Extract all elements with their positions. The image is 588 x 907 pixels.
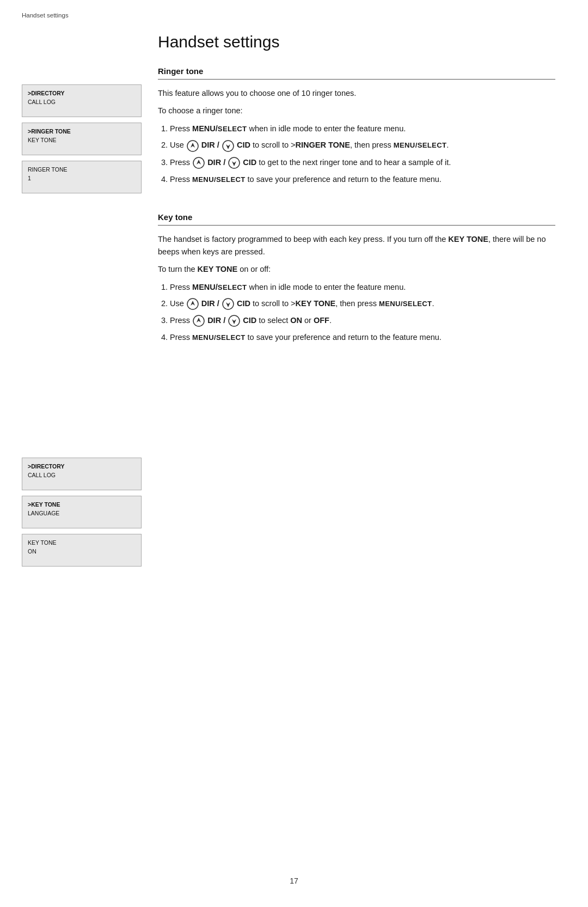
ringer-screen-3: RINGER TONE 1 [22,161,142,193]
dir-up-icon-kt [187,298,199,310]
ringer-screen-3-line-2: 1 [28,174,136,183]
page-number: 17 [290,876,298,885]
key-tone-steps: Press MENU/SELECT when in idle mode to e… [158,281,555,344]
key-tone-step-1: Press MENU/SELECT when in idle mode to e… [170,281,555,293]
key-screen-3-line-2: ON [28,547,136,556]
dir-icon-kt2 [193,315,205,327]
ringer-tone-intro: This feature allows you to choose one of… [158,87,555,99]
svg-marker-7 [232,161,236,166]
key-tone-heading: Key tone [158,212,555,226]
key-tone-section: Key tone The handset is factory programm… [158,212,555,344]
svg-marker-15 [232,319,236,324]
svg-marker-5 [197,160,201,165]
breadcrumb: Handset settings [22,12,69,19]
svg-marker-1 [191,143,195,148]
key-tone-intro: The handset is factory programmed to bee… [158,233,555,258]
ringer-screen-3-line-1: RINGER TONE [28,166,136,174]
key-tone-body: The handset is factory programmed to bee… [158,233,555,344]
ringer-tone-body: This feature allows you to choose one of… [158,87,555,185]
ringer-tone-heading: Ringer tone [158,66,555,80]
cid-icon-2 [228,157,240,169]
key-screen-3-line-1: KEY TONE [28,539,136,547]
key-tone-step-2: Use DIR / CID to scroll to >KEY TONE, th… [170,297,555,310]
key-screen-1-line-1: >DIRECTORY [28,462,136,471]
svg-marker-9 [191,301,195,306]
ringer-screen-1-line-1: >DIRECTORY [28,89,136,98]
cid-down-icon [222,140,234,152]
key-screen-2-line-1: >KEY TONE [28,501,136,509]
ringer-screen-1-line-2: CALL LOG [28,98,136,107]
key-screen-1: >DIRECTORY CALL LOG [22,458,142,490]
key-tone-step-4: Press MENU/SELECT to save your preferenc… [170,331,555,343]
cid-icon-kt2 [228,315,240,327]
ringer-tone-steps: Press MENU/SELECT when in idle mode to e… [158,123,555,185]
key-screen-3: KEY TONE ON [22,534,142,567]
ringer-screen-2: >RINGER TONE KEY TONE [22,123,142,155]
ringer-tone-screens: >DIRECTORY CALL LOG >RINGER TONE KEY TON… [22,84,142,199]
svg-marker-13 [197,318,201,322]
key-tone-sub-intro: To turn the KEY TONE on or off: [158,263,555,275]
ringer-tone-step-1: Press MENU/SELECT when in idle mode to e… [170,123,555,135]
key-screen-2-line-2: LANGUAGE [28,509,136,518]
cid-down-icon-kt [222,298,234,310]
ringer-screen-2-line-2: KEY TONE [28,136,136,145]
ringer-tone-step-4: Press MENU/SELECT to save your preferenc… [170,173,555,185]
key-tone-step-3: Press DIR / CID to select ON or OFF. [170,314,555,327]
key-screen-1-line-2: CALL LOG [28,471,136,480]
key-screen-2: >KEY TONE LANGUAGE [22,496,142,528]
svg-marker-3 [226,144,230,149]
dir-icon-2 [193,157,205,169]
ringer-tone-section: Ringer tone This feature allows you to c… [158,66,555,185]
ringer-screen-1: >DIRECTORY CALL LOG [22,84,142,117]
svg-marker-11 [226,302,230,307]
dir-up-icon [187,140,199,152]
ringer-tone-step-3: Press DIR / CID to get to the next ringe… [170,156,555,169]
ringer-tone-step-2: Use DIR / CID to scroll to >RINGER TONE,… [170,139,555,151]
ringer-screen-2-line-1: >RINGER TONE [28,127,136,136]
page-title: Handset settings [158,0,555,51]
key-tone-screens: >DIRECTORY CALL LOG >KEY TONE LANGUAGE K… [22,458,142,572]
ringer-tone-sub-intro: To choose a ringer tone: [158,105,555,117]
